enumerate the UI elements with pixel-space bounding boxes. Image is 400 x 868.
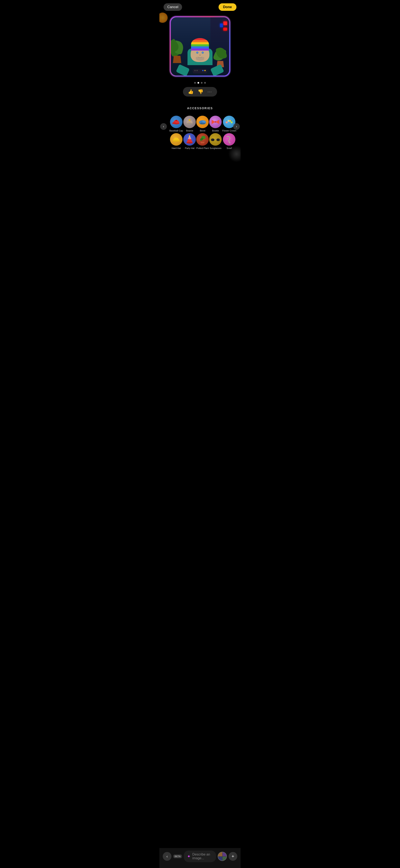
svg-point-25: [187, 142, 193, 144]
accessory-item-beret[interactable]: Beret: [196, 116, 209, 132]
svg-rect-29: [200, 141, 205, 142]
bg-light-2: [223, 28, 227, 31]
accessory-label-scarf: Scarf: [227, 147, 232, 149]
person-body: [188, 49, 212, 65]
feedback-pill: 👍 👎 ···: [183, 87, 217, 96]
svg-point-8: [200, 123, 205, 124]
bg-light-3: [220, 24, 223, 27]
plant-pot-left: [173, 56, 181, 63]
svg-point-36: [217, 139, 219, 141]
accessory-item-scarf[interactable]: Scarf: [222, 133, 236, 149]
face-nose: [199, 54, 201, 56]
game-controller: [193, 69, 207, 73]
svg-point-14: [228, 121, 229, 122]
accessory-item-potted-plant[interactable]: Potted Plant: [196, 133, 209, 149]
accessory-icon-scarf: [223, 133, 235, 146]
thumbs-down-icon[interactable]: 👎: [198, 89, 203, 94]
accessory-item-beanie[interactable]: Beanie: [183, 116, 196, 132]
svg-rect-19: [173, 141, 180, 142]
accessory-icon-sunglasses: [209, 133, 222, 146]
person-head: [191, 45, 209, 62]
eye-right: [202, 52, 204, 54]
feedback-row: 👍 👎 ···: [183, 87, 217, 96]
accessory-item-party-hat[interactable]: Party Hat: [183, 133, 196, 149]
person-figure: [183, 49, 217, 75]
accessory-item-sunglasses[interactable]: Sunglasses: [209, 133, 222, 149]
accessories-section: ACCESSORIES ‹ › Baseball Cap: [160, 106, 240, 151]
svg-point-9: [201, 123, 202, 124]
svg-point-18: [231, 122, 232, 123]
accessory-label-flower-crown: Flower Crown: [222, 129, 236, 132]
svg-point-7: [202, 121, 206, 123]
svg-point-12: [226, 122, 227, 123]
svg-point-10: [215, 121, 216, 123]
svg-point-26: [189, 135, 190, 136]
accessory-label-sunglasses: Sunglasses: [209, 147, 222, 149]
dot-2[interactable]: [198, 82, 199, 84]
svg-point-3: [187, 123, 193, 124]
dot-1[interactable]: [194, 82, 196, 84]
cancel-button[interactable]: Cancel: [164, 3, 182, 11]
accessories-grid: Baseball Cap Beanie: [161, 114, 239, 151]
pagination-dots: [194, 82, 206, 84]
accessory-label-baseball-cap: Baseball Cap: [169, 129, 183, 132]
top-bar: Cancel Done: [160, 0, 240, 12]
more-options-icon[interactable]: ···: [207, 90, 212, 94]
accessory-label-potted-plant: Potted Plant: [196, 147, 209, 149]
done-button[interactable]: Done: [219, 3, 237, 11]
main-image-wrapper: [164, 12, 236, 80]
accessory-icon-potted-plant: [196, 133, 209, 146]
section-label: ACCESSORIES: [161, 106, 239, 110]
svg-point-35: [212, 139, 214, 141]
accessory-label-beret: Beret: [200, 129, 205, 132]
main-image-inner: [171, 17, 229, 75]
dot-3[interactable]: [201, 82, 202, 84]
accessory-icon-hard-hat: [170, 133, 182, 146]
accessory-item-hard-hat[interactable]: Hard Hat: [169, 133, 183, 149]
accessory-item-baseball-cap[interactable]: Baseball Cap: [169, 116, 183, 132]
accessory-icon-baseball-cap: [170, 116, 182, 128]
accessory-icon-bowtie: [209, 116, 222, 128]
svg-rect-2: [175, 120, 177, 121]
svg-line-33: [211, 139, 211, 140]
accessory-icon-beret: [196, 116, 209, 128]
eye-left: [196, 52, 198, 54]
person-hat: [191, 38, 209, 51]
accessory-label-beanie: Beanie: [186, 129, 193, 132]
accessory-icon-beanie: [183, 116, 196, 128]
face-beard: [196, 57, 204, 61]
svg-point-5: [189, 119, 190, 121]
dot-4[interactable]: [204, 82, 206, 84]
accessory-label-party-hat: Party Hat: [185, 147, 195, 149]
accessory-icon-party-hat: [183, 133, 196, 146]
face-eyes: [196, 52, 204, 54]
carousel-prev-button[interactable]: ‹: [160, 123, 167, 130]
svg-point-16: [230, 121, 231, 122]
thumbs-up-icon[interactable]: 👍: [188, 89, 194, 94]
person-scene: [171, 17, 229, 75]
carousel-next-button[interactable]: ›: [233, 123, 240, 130]
bg-light-1: [223, 22, 227, 25]
accessory-label-hard-hat: Hard Hat: [172, 147, 181, 149]
accessory-item-bowtie[interactable]: Bowtie: [209, 116, 222, 132]
accessory-label-bowtie: Bowtie: [212, 129, 219, 132]
image-section: 👍 👎 ···: [160, 12, 240, 106]
